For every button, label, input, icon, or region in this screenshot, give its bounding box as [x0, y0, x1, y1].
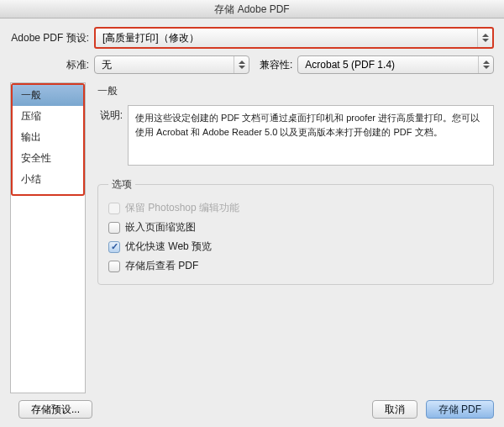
option-preserve-ps-editing: 保留 Photoshop 编辑功能 [108, 198, 483, 218]
standard-value: 无 [102, 56, 112, 73]
cancel-button[interactable]: 取消 [372, 400, 417, 419]
sidebar-item-general[interactable]: 一般 [13, 85, 83, 106]
preset-select[interactable]: [高质量打印]（修改） [96, 29, 492, 47]
sidebar-highlight-box: 一般 压缩 输出 安全性 小结 [11, 83, 85, 196]
window-title: 存储 Adobe PDF [0, 0, 504, 18]
preset-value: [高质量打印]（修改） [102, 29, 199, 46]
standard-label: 标准: [10, 58, 94, 72]
option-optimize-fast-web[interactable]: 优化快速 Web 预览 [108, 237, 483, 256]
options-legend: 选项 [108, 177, 135, 192]
checkbox-checked-icon[interactable] [108, 241, 120, 253]
sidebar: 一般 压缩 输出 安全性 小结 [10, 82, 86, 393]
updown-icon [477, 29, 492, 47]
sidebar-item-summary[interactable]: 小结 [13, 169, 83, 190]
compat-select[interactable]: Acrobat 5 (PDF 1.4) [297, 55, 494, 74]
compat-label: 兼容性: [255, 58, 297, 72]
section-title-general: 一般 [97, 84, 494, 98]
updown-icon [478, 56, 493, 73]
option-embed-thumbnails[interactable]: 嵌入页面缩览图 [108, 218, 483, 237]
save-pdf-button[interactable]: 存储 PDF [426, 400, 494, 419]
compat-value: Acrobat 5 (PDF 1.4) [305, 56, 395, 73]
checkbox-icon [108, 203, 120, 214]
checkbox-icon[interactable] [108, 222, 120, 234]
updown-icon [234, 56, 249, 73]
save-preset-button[interactable]: 存储预设... [18, 400, 92, 419]
option-label: 嵌入页面缩览图 [125, 220, 196, 235]
sidebar-item-compression[interactable]: 压缩 [13, 106, 83, 127]
option-label: 保留 Photoshop 编辑功能 [125, 201, 239, 215]
option-label: 存储后查看 PDF [125, 259, 198, 273]
description-textarea[interactable]: 使用这些设定创建的 PDF 文档可通过桌面打印机和 proofer 进行高质量打… [128, 105, 494, 166]
checkbox-icon[interactable] [108, 261, 120, 272]
sidebar-item-output[interactable]: 输出 [13, 127, 83, 148]
option-label: 优化快速 Web 预览 [125, 240, 212, 254]
standard-select[interactable]: 无 [94, 55, 249, 74]
sidebar-item-security[interactable]: 安全性 [13, 148, 83, 169]
option-view-after-save[interactable]: 存储后查看 PDF [108, 256, 483, 276]
description-label: 说明: [97, 105, 128, 166]
options-fieldset: 选项 保留 Photoshop 编辑功能 嵌入页面缩览图 优化快速 Web 预览… [97, 177, 494, 285]
preset-label: Adobe PDF 预设: [10, 31, 94, 45]
